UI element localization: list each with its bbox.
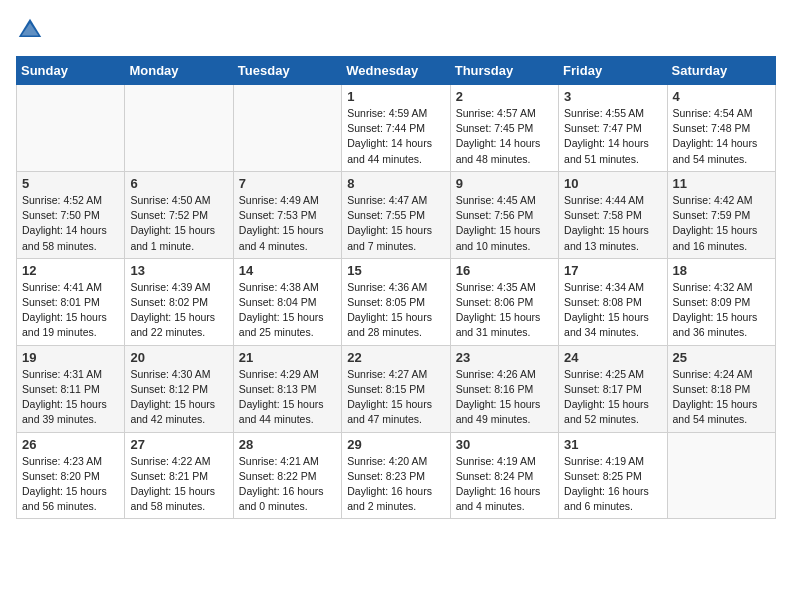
calendar-day-cell: 24Sunrise: 4:25 AMSunset: 8:17 PMDayligh… [559,345,667,432]
day-number: 14 [239,263,336,278]
day-info: Sunrise: 4:50 AMSunset: 7:52 PMDaylight:… [130,193,227,254]
weekday-header-friday: Friday [559,57,667,85]
day-number: 6 [130,176,227,191]
day-info: Sunrise: 4:41 AMSunset: 8:01 PMDaylight:… [22,280,119,341]
weekday-header-sunday: Sunday [17,57,125,85]
day-number: 2 [456,89,553,104]
day-number: 11 [673,176,770,191]
day-number: 3 [564,89,661,104]
day-info: Sunrise: 4:19 AMSunset: 8:25 PMDaylight:… [564,454,661,515]
day-info: Sunrise: 4:42 AMSunset: 7:59 PMDaylight:… [673,193,770,254]
day-info: Sunrise: 4:20 AMSunset: 8:23 PMDaylight:… [347,454,444,515]
day-info: Sunrise: 4:23 AMSunset: 8:20 PMDaylight:… [22,454,119,515]
day-info: Sunrise: 4:31 AMSunset: 8:11 PMDaylight:… [22,367,119,428]
day-number: 28 [239,437,336,452]
day-info: Sunrise: 4:35 AMSunset: 8:06 PMDaylight:… [456,280,553,341]
calendar-day-cell: 21Sunrise: 4:29 AMSunset: 8:13 PMDayligh… [233,345,341,432]
day-number: 16 [456,263,553,278]
day-info: Sunrise: 4:38 AMSunset: 8:04 PMDaylight:… [239,280,336,341]
day-number: 19 [22,350,119,365]
calendar-day-cell: 18Sunrise: 4:32 AMSunset: 8:09 PMDayligh… [667,258,775,345]
weekday-header-wednesday: Wednesday [342,57,450,85]
calendar-day-cell: 5Sunrise: 4:52 AMSunset: 7:50 PMDaylight… [17,171,125,258]
day-info: Sunrise: 4:36 AMSunset: 8:05 PMDaylight:… [347,280,444,341]
calendar-day-cell: 29Sunrise: 4:20 AMSunset: 8:23 PMDayligh… [342,432,450,519]
day-number: 1 [347,89,444,104]
calendar-day-cell: 25Sunrise: 4:24 AMSunset: 8:18 PMDayligh… [667,345,775,432]
day-info: Sunrise: 4:19 AMSunset: 8:24 PMDaylight:… [456,454,553,515]
calendar-day-cell: 28Sunrise: 4:21 AMSunset: 8:22 PMDayligh… [233,432,341,519]
day-number: 29 [347,437,444,452]
day-info: Sunrise: 4:49 AMSunset: 7:53 PMDaylight:… [239,193,336,254]
calendar-day-cell: 22Sunrise: 4:27 AMSunset: 8:15 PMDayligh… [342,345,450,432]
calendar-day-cell [667,432,775,519]
day-info: Sunrise: 4:21 AMSunset: 8:22 PMDaylight:… [239,454,336,515]
day-number: 13 [130,263,227,278]
day-number: 5 [22,176,119,191]
weekday-header-saturday: Saturday [667,57,775,85]
page-header [16,16,776,44]
day-number: 17 [564,263,661,278]
calendar-day-cell: 13Sunrise: 4:39 AMSunset: 8:02 PMDayligh… [125,258,233,345]
calendar-day-cell: 11Sunrise: 4:42 AMSunset: 7:59 PMDayligh… [667,171,775,258]
day-info: Sunrise: 4:26 AMSunset: 8:16 PMDaylight:… [456,367,553,428]
calendar-day-cell: 12Sunrise: 4:41 AMSunset: 8:01 PMDayligh… [17,258,125,345]
day-info: Sunrise: 4:52 AMSunset: 7:50 PMDaylight:… [22,193,119,254]
weekday-header-tuesday: Tuesday [233,57,341,85]
day-info: Sunrise: 4:30 AMSunset: 8:12 PMDaylight:… [130,367,227,428]
calendar-day-cell: 8Sunrise: 4:47 AMSunset: 7:55 PMDaylight… [342,171,450,258]
calendar-day-cell: 6Sunrise: 4:50 AMSunset: 7:52 PMDaylight… [125,171,233,258]
day-number: 24 [564,350,661,365]
day-number: 31 [564,437,661,452]
day-info: Sunrise: 4:44 AMSunset: 7:58 PMDaylight:… [564,193,661,254]
day-number: 27 [130,437,227,452]
day-number: 20 [130,350,227,365]
day-number: 21 [239,350,336,365]
weekday-header-row: SundayMondayTuesdayWednesdayThursdayFrid… [17,57,776,85]
day-info: Sunrise: 4:57 AMSunset: 7:45 PMDaylight:… [456,106,553,167]
day-number: 12 [22,263,119,278]
calendar-week-row: 5Sunrise: 4:52 AMSunset: 7:50 PMDaylight… [17,171,776,258]
calendar-day-cell: 27Sunrise: 4:22 AMSunset: 8:21 PMDayligh… [125,432,233,519]
calendar-week-row: 19Sunrise: 4:31 AMSunset: 8:11 PMDayligh… [17,345,776,432]
calendar-day-cell [17,85,125,172]
day-info: Sunrise: 4:45 AMSunset: 7:56 PMDaylight:… [456,193,553,254]
calendar-day-cell: 10Sunrise: 4:44 AMSunset: 7:58 PMDayligh… [559,171,667,258]
calendar-day-cell: 20Sunrise: 4:30 AMSunset: 8:12 PMDayligh… [125,345,233,432]
calendar-day-cell: 30Sunrise: 4:19 AMSunset: 8:24 PMDayligh… [450,432,558,519]
day-number: 30 [456,437,553,452]
calendar-day-cell: 7Sunrise: 4:49 AMSunset: 7:53 PMDaylight… [233,171,341,258]
calendar-week-row: 26Sunrise: 4:23 AMSunset: 8:20 PMDayligh… [17,432,776,519]
day-info: Sunrise: 4:29 AMSunset: 8:13 PMDaylight:… [239,367,336,428]
day-number: 23 [456,350,553,365]
day-info: Sunrise: 4:25 AMSunset: 8:17 PMDaylight:… [564,367,661,428]
calendar-day-cell: 3Sunrise: 4:55 AMSunset: 7:47 PMDaylight… [559,85,667,172]
day-number: 8 [347,176,444,191]
calendar-day-cell: 16Sunrise: 4:35 AMSunset: 8:06 PMDayligh… [450,258,558,345]
calendar-day-cell: 19Sunrise: 4:31 AMSunset: 8:11 PMDayligh… [17,345,125,432]
day-number: 4 [673,89,770,104]
day-number: 7 [239,176,336,191]
day-number: 26 [22,437,119,452]
day-info: Sunrise: 4:59 AMSunset: 7:44 PMDaylight:… [347,106,444,167]
calendar-day-cell: 31Sunrise: 4:19 AMSunset: 8:25 PMDayligh… [559,432,667,519]
calendar-day-cell: 9Sunrise: 4:45 AMSunset: 7:56 PMDaylight… [450,171,558,258]
logo [16,16,48,44]
day-number: 25 [673,350,770,365]
day-number: 22 [347,350,444,365]
day-info: Sunrise: 4:47 AMSunset: 7:55 PMDaylight:… [347,193,444,254]
calendar-day-cell [233,85,341,172]
calendar-day-cell: 23Sunrise: 4:26 AMSunset: 8:16 PMDayligh… [450,345,558,432]
calendar-week-row: 12Sunrise: 4:41 AMSunset: 8:01 PMDayligh… [17,258,776,345]
calendar-table: SundayMondayTuesdayWednesdayThursdayFrid… [16,56,776,519]
calendar-day-cell: 26Sunrise: 4:23 AMSunset: 8:20 PMDayligh… [17,432,125,519]
calendar-day-cell [125,85,233,172]
day-info: Sunrise: 4:55 AMSunset: 7:47 PMDaylight:… [564,106,661,167]
logo-icon [16,16,44,44]
day-info: Sunrise: 4:39 AMSunset: 8:02 PMDaylight:… [130,280,227,341]
calendar-day-cell: 14Sunrise: 4:38 AMSunset: 8:04 PMDayligh… [233,258,341,345]
day-number: 15 [347,263,444,278]
day-info: Sunrise: 4:34 AMSunset: 8:08 PMDaylight:… [564,280,661,341]
day-info: Sunrise: 4:22 AMSunset: 8:21 PMDaylight:… [130,454,227,515]
calendar-day-cell: 2Sunrise: 4:57 AMSunset: 7:45 PMDaylight… [450,85,558,172]
